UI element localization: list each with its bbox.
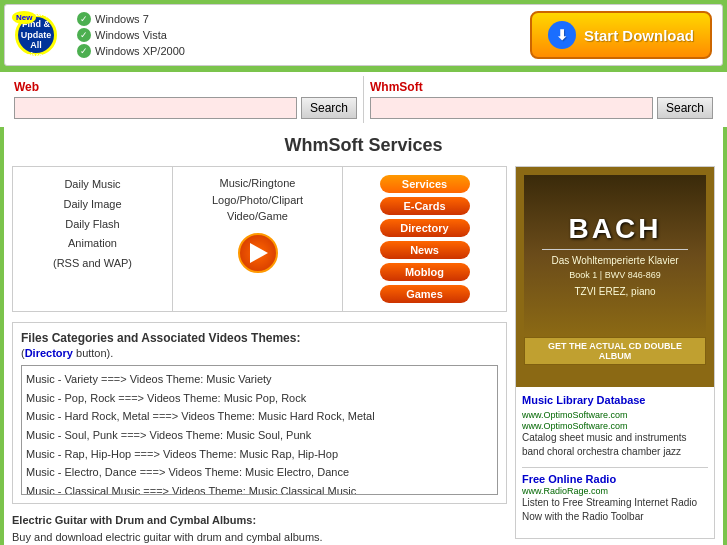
bach-ad: BACH Das Wohltemperierte Klavier Book 1 … xyxy=(516,167,714,387)
download-arrow-icon: ⬇ xyxy=(548,21,576,49)
download-label: Start Download xyxy=(584,27,694,44)
whmsoft-search-button[interactable]: Search xyxy=(657,97,713,119)
files-title: Files Categories and Associated Videos T… xyxy=(21,331,498,345)
whmsoft-search-half: WhmSoft Search xyxy=(364,76,719,123)
whmsoft-search-row: Search xyxy=(370,97,713,119)
service-left-line2: Daily Image xyxy=(21,195,164,215)
list-item: Music - Soul, Punk ===> Videos Theme: Mu… xyxy=(26,426,493,445)
web-search-half: Web Search xyxy=(8,76,364,123)
play-triangle-icon xyxy=(250,243,268,263)
divider xyxy=(522,467,708,468)
right-link-url-display-1: www.OptimoSoftware.com xyxy=(522,421,708,431)
play-button[interactable] xyxy=(238,233,278,273)
os-label: Windows XP/2000 xyxy=(95,45,185,57)
right-links: Music Library Database www.OptimoSoftwar… xyxy=(516,387,714,538)
content-left: Daily Music Daily Image Daily Flash Anim… xyxy=(12,166,507,545)
os-label: Windows Vista xyxy=(95,29,167,41)
services-middle: Music/Ringtone Logo/Photo/Clipart Video/… xyxy=(173,167,343,311)
start-download-button[interactable]: ⬇ Start Download xyxy=(530,11,712,59)
web-search-button[interactable]: Search xyxy=(301,97,357,119)
desc-section: Electric Guitar with Drum and Cymbal Alb… xyxy=(12,512,507,545)
right-link-title-2[interactable]: Free Online Radio xyxy=(522,473,616,485)
services-middle-top: Music/Ringtone Logo/Photo/Clipart Video/… xyxy=(212,175,303,225)
os-item-xp: ✓ Windows XP/2000 xyxy=(77,44,185,58)
bach-name: BACH xyxy=(569,213,662,245)
right-link-url-display-2: www.RadioRage.com xyxy=(522,486,708,496)
check-icon: ✓ xyxy=(77,44,91,58)
content-right: BACH Das Wohltemperierte Klavier Book 1 … xyxy=(515,166,715,545)
bach-portrait: BACH Das Wohltemperierte Klavier Book 1 … xyxy=(524,175,706,335)
service-type-line2: Logo/Photo/Clipart xyxy=(212,192,303,209)
right-link-url-1: www.OptimoSoftware.com xyxy=(522,410,628,420)
list-item: Music - Rap, Hip-Hop ===> Videos Theme: … xyxy=(26,445,493,464)
list-item: Music - Electro, Dance ===> Videos Theme… xyxy=(26,463,493,482)
os-label: Windows 7 xyxy=(95,13,149,25)
directory-link[interactable]: Directory xyxy=(25,347,73,359)
whmsoft-search-input[interactable] xyxy=(370,97,653,119)
services-left: Daily Music Daily Image Daily Flash Anim… xyxy=(13,167,173,311)
service-type-line3: Video/Game xyxy=(212,208,303,225)
os-item-win7: ✓ Windows 7 xyxy=(77,12,185,26)
check-icon: ✓ xyxy=(77,28,91,42)
check-icon: ✓ xyxy=(77,12,91,26)
web-search-label: Web xyxy=(14,80,357,94)
content-wrapper: Daily Music Daily Image Daily Flash Anim… xyxy=(12,166,715,545)
search-section: Web Search WhmSoft Search xyxy=(0,70,727,127)
services-button[interactable]: Services xyxy=(380,175,470,193)
files-section: Files Categories and Associated Videos T… xyxy=(12,322,507,504)
banner-logo: New Scan, Find &Update All Drivers xyxy=(15,14,57,56)
list-item: Music - Hard Rock, Metal ===> Videos The… xyxy=(26,407,493,426)
directory-button[interactable]: Directory xyxy=(380,219,470,237)
news-button[interactable]: News xyxy=(380,241,470,259)
bach-work: Das Wohltemperierte Klavier xyxy=(551,254,678,268)
services-container: Daily Music Daily Image Daily Flash Anim… xyxy=(12,166,507,312)
right-link-desc-2: Listen to Free Streaming Internet Radio … xyxy=(522,496,708,524)
bach-cta-button[interactable]: GET THE ACTUAL CD DOUBLE ALBUM xyxy=(524,337,706,365)
web-search-input[interactable] xyxy=(14,97,297,119)
moblog-button[interactable]: Moblog xyxy=(380,263,470,281)
web-search-row: Search xyxy=(14,97,357,119)
right-link-title-1[interactable]: Music Library Database xyxy=(522,394,646,406)
list-item: Music - Pop, Rock ===> Videos Theme: Mus… xyxy=(26,389,493,408)
right-link-desc-1: Catalog sheet music and instruments band… xyxy=(522,431,708,459)
banner-os-list: ✓ Windows 7 ✓ Windows Vista ✓ Windows XP… xyxy=(77,12,185,58)
right-link-2: Free Online Radio www.RadioRage.com List… xyxy=(522,472,708,524)
desc-line1: Buy and download electric guitar with dr… xyxy=(12,529,507,546)
whmsoft-search-label: WhmSoft xyxy=(370,80,713,94)
page-title: WhmSoft Services xyxy=(12,135,715,156)
service-left-line5: (RSS and WAP) xyxy=(21,254,164,274)
service-left-line3: Daily Flash xyxy=(21,215,164,235)
divider-line xyxy=(542,249,688,250)
ecards-button[interactable]: E-Cards xyxy=(380,197,470,215)
list-item: Music - Classical Music ===> Videos Them… xyxy=(26,482,493,495)
main-content: WhmSoft Services Daily Music Daily Image… xyxy=(4,127,723,545)
right-link-1: Music Library Database www.OptimoSoftwar… xyxy=(522,393,708,459)
banner-ad: New Scan, Find &Update All Drivers ✓ Win… xyxy=(4,4,723,66)
list-item: Music - Variety ===> Videos Theme: Music… xyxy=(26,370,493,389)
service-type-line1: Music/Ringtone xyxy=(212,175,303,192)
games-button[interactable]: Games xyxy=(380,285,470,303)
bach-artist: TZVI EREZ, piano xyxy=(574,286,655,297)
services-right: Services E-Cards Directory News Moblog G… xyxy=(343,167,506,311)
right-ad: BACH Das Wohltemperierte Klavier Book 1 … xyxy=(515,166,715,539)
bach-details: Book 1 | BWV 846-869 xyxy=(569,270,660,280)
desc-title: Electric Guitar with Drum and Cymbal Alb… xyxy=(12,512,507,529)
os-item-vista: ✓ Windows Vista xyxy=(77,28,185,42)
service-left-line4: Animation xyxy=(21,234,164,254)
files-subtitle: (Directory button). xyxy=(21,347,498,359)
service-left-line1: Daily Music xyxy=(21,175,164,195)
files-list[interactable]: Music - Variety ===> Videos Theme: Music… xyxy=(21,365,498,495)
